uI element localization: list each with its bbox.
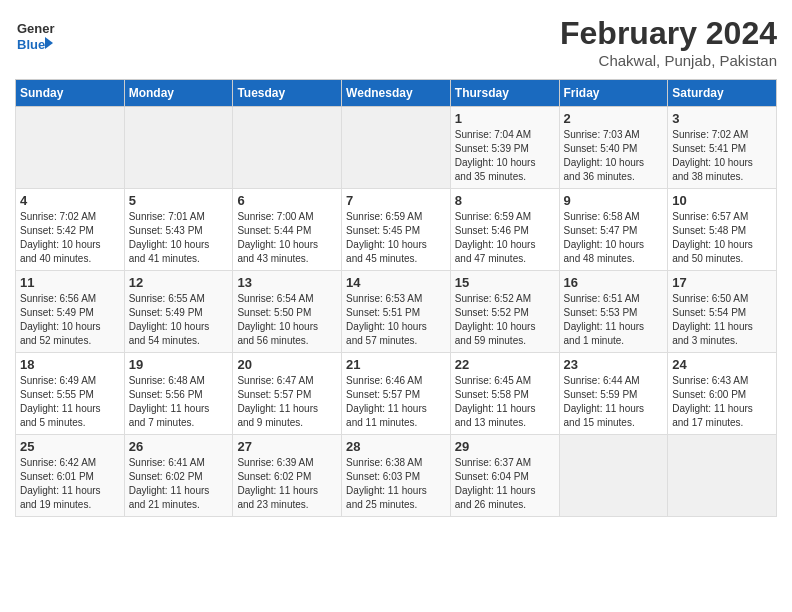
day-number: 17 [672, 275, 772, 290]
day-number: 25 [20, 439, 120, 454]
calendar-cell [16, 107, 125, 189]
day-number: 24 [672, 357, 772, 372]
header-day-saturday: Saturday [668, 80, 777, 107]
header-day-thursday: Thursday [450, 80, 559, 107]
day-info: Sunrise: 7:04 AMSunset: 5:39 PMDaylight:… [455, 128, 555, 184]
day-info: Sunrise: 6:41 AMSunset: 6:02 PMDaylight:… [129, 456, 229, 512]
day-number: 29 [455, 439, 555, 454]
calendar-cell: 12Sunrise: 6:55 AMSunset: 5:49 PMDayligh… [124, 271, 233, 353]
calendar-cell [233, 107, 342, 189]
calendar-table: SundayMondayTuesdayWednesdayThursdayFrid… [15, 79, 777, 517]
calendar-cell [124, 107, 233, 189]
calendar-week-row: 4Sunrise: 7:02 AMSunset: 5:42 PMDaylight… [16, 189, 777, 271]
main-title: February 2024 [560, 15, 777, 52]
day-info: Sunrise: 7:00 AMSunset: 5:44 PMDaylight:… [237, 210, 337, 266]
calendar-cell [559, 435, 668, 517]
day-info: Sunrise: 6:48 AMSunset: 5:56 PMDaylight:… [129, 374, 229, 430]
calendar-cell: 17Sunrise: 6:50 AMSunset: 5:54 PMDayligh… [668, 271, 777, 353]
day-info: Sunrise: 6:59 AMSunset: 5:46 PMDaylight:… [455, 210, 555, 266]
day-number: 12 [129, 275, 229, 290]
calendar-cell: 22Sunrise: 6:45 AMSunset: 5:58 PMDayligh… [450, 353, 559, 435]
calendar-cell: 4Sunrise: 7:02 AMSunset: 5:42 PMDaylight… [16, 189, 125, 271]
day-info: Sunrise: 6:49 AMSunset: 5:55 PMDaylight:… [20, 374, 120, 430]
header-day-friday: Friday [559, 80, 668, 107]
day-number: 8 [455, 193, 555, 208]
calendar-cell: 14Sunrise: 6:53 AMSunset: 5:51 PMDayligh… [342, 271, 451, 353]
day-number: 6 [237, 193, 337, 208]
header-day-wednesday: Wednesday [342, 80, 451, 107]
day-info: Sunrise: 6:39 AMSunset: 6:02 PMDaylight:… [237, 456, 337, 512]
day-info: Sunrise: 6:50 AMSunset: 5:54 PMDaylight:… [672, 292, 772, 348]
day-number: 7 [346, 193, 446, 208]
calendar-cell: 21Sunrise: 6:46 AMSunset: 5:57 PMDayligh… [342, 353, 451, 435]
calendar-cell: 2Sunrise: 7:03 AMSunset: 5:40 PMDaylight… [559, 107, 668, 189]
day-number: 18 [20, 357, 120, 372]
calendar-week-row: 1Sunrise: 7:04 AMSunset: 5:39 PMDaylight… [16, 107, 777, 189]
header-day-tuesday: Tuesday [233, 80, 342, 107]
svg-text:General: General [17, 21, 55, 36]
calendar-cell: 16Sunrise: 6:51 AMSunset: 5:53 PMDayligh… [559, 271, 668, 353]
day-info: Sunrise: 6:55 AMSunset: 5:49 PMDaylight:… [129, 292, 229, 348]
calendar-cell: 29Sunrise: 6:37 AMSunset: 6:04 PMDayligh… [450, 435, 559, 517]
calendar-cell: 8Sunrise: 6:59 AMSunset: 5:46 PMDaylight… [450, 189, 559, 271]
day-number: 2 [564, 111, 664, 126]
day-info: Sunrise: 6:52 AMSunset: 5:52 PMDaylight:… [455, 292, 555, 348]
header-day-monday: Monday [124, 80, 233, 107]
calendar-cell: 27Sunrise: 6:39 AMSunset: 6:02 PMDayligh… [233, 435, 342, 517]
day-number: 26 [129, 439, 229, 454]
day-info: Sunrise: 7:02 AMSunset: 5:41 PMDaylight:… [672, 128, 772, 184]
calendar-cell: 11Sunrise: 6:56 AMSunset: 5:49 PMDayligh… [16, 271, 125, 353]
day-info: Sunrise: 6:43 AMSunset: 6:00 PMDaylight:… [672, 374, 772, 430]
calendar-cell: 24Sunrise: 6:43 AMSunset: 6:00 PMDayligh… [668, 353, 777, 435]
calendar-week-row: 25Sunrise: 6:42 AMSunset: 6:01 PMDayligh… [16, 435, 777, 517]
day-info: Sunrise: 6:45 AMSunset: 5:58 PMDaylight:… [455, 374, 555, 430]
day-number: 9 [564, 193, 664, 208]
logo: General Blue [15, 15, 55, 55]
day-info: Sunrise: 6:46 AMSunset: 5:57 PMDaylight:… [346, 374, 446, 430]
day-info: Sunrise: 7:01 AMSunset: 5:43 PMDaylight:… [129, 210, 229, 266]
calendar-cell: 18Sunrise: 6:49 AMSunset: 5:55 PMDayligh… [16, 353, 125, 435]
day-number: 23 [564, 357, 664, 372]
calendar-cell: 15Sunrise: 6:52 AMSunset: 5:52 PMDayligh… [450, 271, 559, 353]
day-number: 21 [346, 357, 446, 372]
day-number: 22 [455, 357, 555, 372]
day-number: 14 [346, 275, 446, 290]
day-info: Sunrise: 6:47 AMSunset: 5:57 PMDaylight:… [237, 374, 337, 430]
day-number: 28 [346, 439, 446, 454]
day-number: 5 [129, 193, 229, 208]
day-info: Sunrise: 6:53 AMSunset: 5:51 PMDaylight:… [346, 292, 446, 348]
calendar-cell: 3Sunrise: 7:02 AMSunset: 5:41 PMDaylight… [668, 107, 777, 189]
day-number: 1 [455, 111, 555, 126]
day-info: Sunrise: 6:37 AMSunset: 6:04 PMDaylight:… [455, 456, 555, 512]
calendar-cell: 19Sunrise: 6:48 AMSunset: 5:56 PMDayligh… [124, 353, 233, 435]
day-info: Sunrise: 6:54 AMSunset: 5:50 PMDaylight:… [237, 292, 337, 348]
day-info: Sunrise: 6:42 AMSunset: 6:01 PMDaylight:… [20, 456, 120, 512]
day-number: 11 [20, 275, 120, 290]
calendar-cell: 20Sunrise: 6:47 AMSunset: 5:57 PMDayligh… [233, 353, 342, 435]
calendar-cell: 13Sunrise: 6:54 AMSunset: 5:50 PMDayligh… [233, 271, 342, 353]
calendar-week-row: 11Sunrise: 6:56 AMSunset: 5:49 PMDayligh… [16, 271, 777, 353]
calendar-cell: 7Sunrise: 6:59 AMSunset: 5:45 PMDaylight… [342, 189, 451, 271]
day-info: Sunrise: 6:58 AMSunset: 5:47 PMDaylight:… [564, 210, 664, 266]
calendar-cell: 1Sunrise: 7:04 AMSunset: 5:39 PMDaylight… [450, 107, 559, 189]
day-info: Sunrise: 7:03 AMSunset: 5:40 PMDaylight:… [564, 128, 664, 184]
day-info: Sunrise: 6:38 AMSunset: 6:03 PMDaylight:… [346, 456, 446, 512]
title-section: February 2024 Chakwal, Punjab, Pakistan [560, 15, 777, 69]
day-info: Sunrise: 7:02 AMSunset: 5:42 PMDaylight:… [20, 210, 120, 266]
calendar-cell: 5Sunrise: 7:01 AMSunset: 5:43 PMDaylight… [124, 189, 233, 271]
day-info: Sunrise: 6:51 AMSunset: 5:53 PMDaylight:… [564, 292, 664, 348]
calendar-cell: 26Sunrise: 6:41 AMSunset: 6:02 PMDayligh… [124, 435, 233, 517]
calendar-cell: 25Sunrise: 6:42 AMSunset: 6:01 PMDayligh… [16, 435, 125, 517]
day-number: 15 [455, 275, 555, 290]
day-number: 4 [20, 193, 120, 208]
calendar-cell: 6Sunrise: 7:00 AMSunset: 5:44 PMDaylight… [233, 189, 342, 271]
day-info: Sunrise: 6:56 AMSunset: 5:49 PMDaylight:… [20, 292, 120, 348]
day-number: 3 [672, 111, 772, 126]
calendar-cell [668, 435, 777, 517]
day-info: Sunrise: 6:44 AMSunset: 5:59 PMDaylight:… [564, 374, 664, 430]
calendar-cell: 10Sunrise: 6:57 AMSunset: 5:48 PMDayligh… [668, 189, 777, 271]
day-number: 19 [129, 357, 229, 372]
svg-marker-1 [45, 37, 53, 49]
subtitle: Chakwal, Punjab, Pakistan [560, 52, 777, 69]
logo-icon: General Blue [15, 15, 55, 55]
